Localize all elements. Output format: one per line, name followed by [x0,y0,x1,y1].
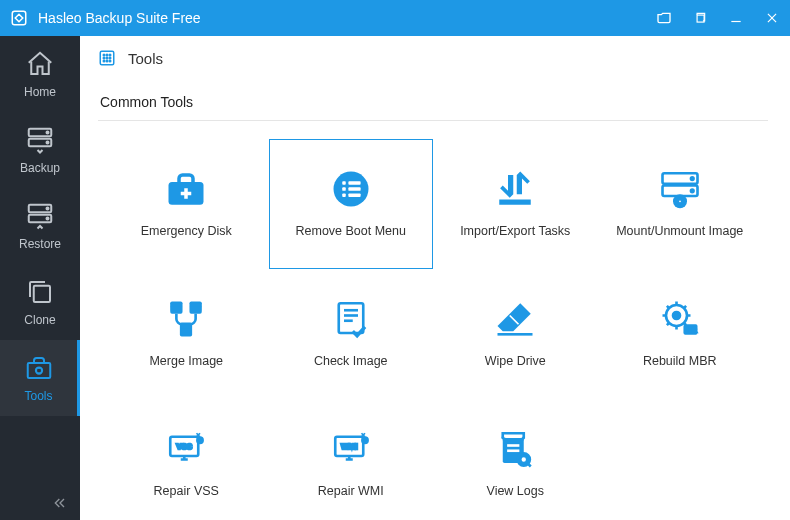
merge-icon [165,298,207,340]
sidebar-item-home[interactable]: Home [0,36,80,112]
section-title: Common Tools [80,80,786,120]
window-controls [654,8,782,28]
tool-repair-vss[interactable]: VSS Repair VSS [104,399,269,520]
svg-rect-32 [348,194,360,198]
svg-point-22 [109,57,111,59]
import-export-icon [494,168,536,210]
svg-point-62 [362,438,367,443]
list-circle-icon [330,168,372,210]
server-up-icon [25,201,55,231]
tool-rebuild-mbr[interactable]: MBR Rebuild MBR [598,269,763,399]
sidebar-item-label: Tools [24,389,52,403]
sidebar-collapse-button[interactable] [0,486,80,520]
page-header: Tools [80,36,790,80]
tool-repair-wmi[interactable]: WMI Repair WMI [269,399,434,520]
tool-label: Rebuild MBR [637,354,723,370]
tool-label: Repair VSS [148,484,225,500]
tool-wipe-drive[interactable]: Wipe Drive [433,269,598,399]
sidebar-item-label: Home [24,85,56,99]
tool-label: Check Image [308,354,394,370]
clone-icon [25,277,55,307]
monitor-wmi-icon: WMI [330,428,372,470]
svg-rect-43 [192,304,201,306]
monitor-vss-icon: VSS [165,428,207,470]
svg-point-11 [47,208,49,210]
svg-point-19 [109,54,111,56]
svg-rect-42 [172,308,181,310]
minimize-icon[interactable] [726,8,746,28]
document-check-icon [330,298,372,340]
svg-rect-46 [183,326,190,328]
sidebar-item-backup[interactable]: Backup [0,112,80,188]
svg-point-38 [678,199,682,203]
tool-mount-unmount[interactable]: Mount/Unmount Image [598,139,763,269]
svg-text:WMI: WMI [341,442,357,451]
svg-point-17 [103,54,105,56]
svg-text:VSS: VSS [177,442,193,451]
svg-rect-31 [342,194,346,198]
svg-rect-48 [339,303,364,333]
tool-label: Import/Export Tasks [454,224,576,240]
tool-label: Mount/Unmount Image [610,224,749,240]
home-icon [25,49,55,79]
app-logo-icon [10,9,28,27]
app-title: Hasleo Backup Suite Free [38,10,654,26]
grid-icon [98,49,116,67]
svg-rect-14 [27,363,50,378]
svg-point-25 [109,60,111,62]
eraser-icon [494,298,536,340]
first-aid-icon [165,168,207,210]
open-icon[interactable] [654,8,674,28]
tool-label: Remove Boot Menu [290,224,412,240]
tool-label: Merge Image [143,354,229,370]
svg-rect-41 [172,304,181,306]
svg-rect-13 [34,286,50,302]
tool-check-image[interactable]: Check Image [269,269,434,399]
titlebar: Hasleo Backup Suite Free [0,0,790,36]
sidebar-item-tools[interactable]: Tools [0,340,80,416]
svg-point-12 [47,218,49,220]
tool-label: View Logs [481,484,550,500]
svg-point-20 [103,57,105,59]
svg-point-54 [673,312,680,319]
sidebar-item-label: Clone [24,313,55,327]
svg-rect-30 [348,187,360,191]
svg-rect-27 [342,181,346,185]
sidebar: Home Backup Restore Clone Tools [0,36,80,520]
sidebar-item-label: Backup [20,161,60,175]
svg-point-24 [106,60,108,62]
svg-point-23 [103,60,105,62]
svg-text:MBR: MBR [684,327,696,333]
tool-import-export[interactable]: Import/Export Tasks [433,139,598,269]
tools-scroll-area[interactable]: Common Tools Emergency Disk Remove Boot [80,80,790,520]
server-icon [25,125,55,155]
svg-rect-47 [183,330,190,332]
svg-point-67 [521,456,528,463]
tool-remove-boot-menu[interactable]: Remove Boot Menu [269,139,434,269]
page-title: Tools [128,50,163,67]
main-content: Tools Common Tools Emergency Disk [80,36,790,520]
svg-point-35 [691,177,694,180]
close-icon[interactable] [762,8,782,28]
toolbox-icon [24,353,54,383]
tool-view-logs[interactable]: View Logs [433,399,598,520]
sidebar-item-clone[interactable]: Clone [0,264,80,340]
app-body: Home Backup Restore Clone Tools [0,36,790,520]
svg-rect-29 [342,187,346,191]
sidebar-item-restore[interactable]: Restore [0,188,80,264]
sidebar-item-label: Restore [19,237,61,251]
tool-label: Emergency Disk [135,224,238,240]
logs-search-icon [494,428,536,470]
svg-point-18 [106,54,108,56]
svg-point-21 [106,57,108,59]
tool-merge-image[interactable]: Merge Image [104,269,269,399]
tool-emergency-disk[interactable]: Emergency Disk [104,139,269,269]
divider [98,120,768,121]
svg-rect-44 [192,308,201,310]
tool-label: Repair WMI [312,484,390,500]
svg-point-36 [691,190,694,193]
restore-window-icon[interactable] [690,8,710,28]
svg-rect-28 [348,181,360,185]
drive-disc-icon [659,168,701,210]
tools-grid: Emergency Disk Remove Boot Menu Import/E… [80,139,786,520]
